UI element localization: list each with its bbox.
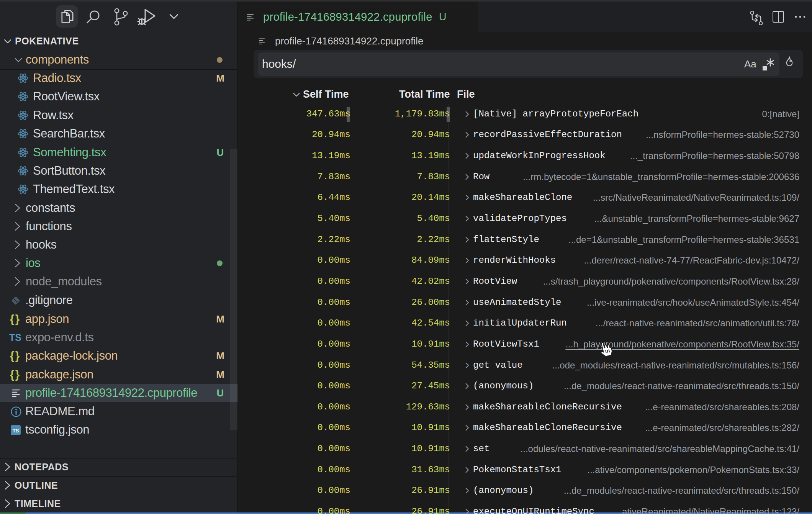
svg-text:TS: TS	[13, 428, 19, 434]
